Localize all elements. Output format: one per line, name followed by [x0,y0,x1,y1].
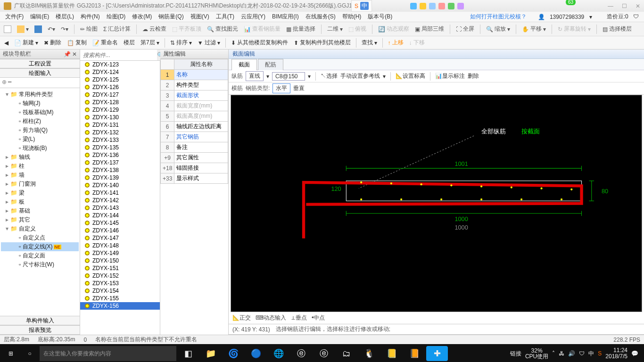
vertical-button[interactable]: 垂直 [293,84,305,92]
list-item[interactable]: ZDYX-128 [80,99,160,106]
taskview-icon[interactable]: ◧ [177,346,199,361]
rename-button[interactable]: 📝重命名 [90,39,120,47]
app-icon-2[interactable]: 📒 [381,346,403,361]
list-item[interactable]: ZDYX-126 [80,83,160,91]
menu-cloud[interactable]: 云应用(Y) [238,13,269,21]
list-item[interactable]: ZDYX-147 [80,234,160,242]
list-item[interactable]: ZDYX-143 [80,204,160,212]
list-item[interactable]: ZDYX-155 [80,295,160,302]
menu-help[interactable]: 帮助(H) [339,13,365,21]
tray-net-icon[interactable]: 🖧 [559,350,564,357]
move-down-button[interactable]: ↓下移 [407,39,427,47]
cpu-meter[interactable]: 32%CPU使用 [525,348,548,359]
taskbar-search[interactable]: 在这里输入你要搜索的内容 [40,346,176,361]
app-icon-3[interactable]: 📙 [404,346,425,361]
list-item[interactable]: ZDYX-136 [80,151,160,159]
tray-sogou-icon[interactable]: S [598,350,602,357]
list-item[interactable]: ZDYX-152 [80,272,160,280]
app-icon-1[interactable]: 🌀 [223,346,244,361]
notification-badge[interactable]: 63 [566,0,576,5]
list-item[interactable]: ZDYX-123 [80,61,160,68]
show-label-button[interactable]: 📊显示标注 [435,72,465,80]
user-phone[interactable]: 👤 13907298339 ▾ [535,14,595,20]
nav-icon-row[interactable]: ⊕ ━ [0,78,80,88]
mode-select[interactable]: 直线 [246,71,264,81]
2d-select[interactable]: 二维▾ [325,25,345,33]
menu-tools[interactable]: 工具(T) [213,13,238,21]
move-up-button[interactable]: ↑上移 [386,39,406,47]
draw-button[interactable]: ✏绘图 [78,25,99,33]
minimize-button[interactable]: — [608,3,613,9]
list-item[interactable]: ZDYX-133 [80,136,160,144]
sum-button[interactable]: Σ 汇总计算 [101,25,132,33]
help-link[interactable]: 如何打开柱图元校核？ [467,13,530,21]
ime-toolbar[interactable]: S中 [351,0,372,12]
list-item[interactable]: ZDYX-141 [80,189,160,197]
tab-rebar[interactable]: 配筋 [258,59,283,70]
tray-vol-icon[interactable]: 🔊 [568,350,575,357]
top-view-button[interactable]: ⬚俯视 [347,25,368,33]
ortho-button[interactable]: 📐正交 [232,314,251,322]
new-file-button[interactable] [2,25,13,33]
folder-icon[interactable]: 📁 [200,346,222,361]
tab-section[interactable]: 截面 [231,59,257,70]
select-floor-button[interactable]: ▤选择楼层 [601,25,634,33]
tray-up-icon[interactable]: ˄ [552,350,555,357]
list-item[interactable]: ZDYX-149 [80,249,160,257]
list-item[interactable]: ZDYX-132 [80,129,160,136]
batch-select-button[interactable]: ▦批量选择 [284,25,317,33]
dyn-view-button[interactable]: 🔄动态观察 [376,25,411,33]
pin-icon[interactable]: 📌 ✕ [64,51,77,58]
menu-file[interactable]: 文件(F) [2,13,27,21]
list-item[interactable]: ZDYX-151 [80,264,160,272]
ie-icon[interactable]: ⓔ [290,346,312,361]
menu-edit[interactable]: 编辑(E) [27,13,52,21]
undo-button[interactable]: ↶▾ [46,26,57,33]
section-canvas[interactable]: 全部纵筋 按截面 1001 80 1000 1000 120 [231,95,642,312]
rotate-button[interactable]: ↻屏幕旋转▾ [556,25,593,33]
menu-online[interactable]: 在线服务(S) [302,13,339,21]
maximize-button[interactable]: ☐ [622,3,627,9]
copy-to-floor-button[interactable]: ⬆复制构件到其他楼层 [291,39,353,47]
component-list[interactable]: ZDYX-123ZDYX-124ZDYX-125ZDYX-126ZDYX-127… [80,61,160,335]
nav-section-draw[interactable]: 绘图输入 [0,68,80,78]
menu-view[interactable]: 视图(V) [187,13,213,21]
find-button[interactable]: 查找▾ [359,39,380,47]
delete-rebar-button[interactable]: 删除 [468,72,479,80]
list-item[interactable]: ZDYX-124 [80,68,160,76]
floor-select[interactable]: 第7层▾ [138,39,162,47]
menu-steel[interactable]: 钢筋量(Q) [155,13,187,21]
menu-version[interactable]: 版本号(B) [364,13,396,21]
app-icon-4[interactable]: ✚ [426,346,448,361]
list-item[interactable]: ZDYX-156 [80,302,160,310]
list-item[interactable]: ZDYX-148 [80,242,160,249]
manual-ref-button[interactable]: 手动设置参考线 [340,72,380,80]
list-item[interactable]: ZDYX-137 [80,159,160,166]
zoom-button[interactable]: 🔍缩放▾ [484,25,512,33]
redo-button[interactable]: ↷▾ [59,26,70,33]
link-label[interactable]: 链接 [510,350,521,358]
list-item[interactable]: ZDYX-146 [80,227,160,234]
perp-snap-button[interactable]: ⊥垂点 [291,314,307,322]
horizontal-button[interactable]: 水平 [272,83,290,93]
new-component-button[interactable]: 📄新建▾ [12,39,41,47]
find-tu-button[interactable]: 🔍查找图元 [205,25,240,33]
nav-section-project[interactable]: 工程设置 [0,59,80,68]
cortana-icon[interactable]: ○ [21,346,39,361]
flat-roof-button[interactable]: ⬚平齐板顶 [170,25,203,33]
set-elev-button[interactable]: 📐设置标高 [396,72,425,80]
list-item[interactable]: ZDYX-125 [80,76,160,83]
rebar-value-input[interactable]: C8@150 [272,72,305,81]
copy-button[interactable]: 📋复制 [65,39,89,47]
property-table[interactable]: 属性名称1名称2构件类型3截面形状4截面宽度(mm)5截面高度(mm)6轴线距左… [160,59,228,335]
dyn-input-button[interactable]: ⌨动态输入 [256,314,286,322]
cloud-check-button[interactable]: ☁云检查 [140,25,168,33]
clock[interactable]: 11:242018/7/5 [605,347,627,360]
edge-icon[interactable]: 🔵 [245,346,267,361]
view-steel-button[interactable]: 📊查看钢筋量 [242,25,282,33]
list-item[interactable]: ZDYX-138 [80,166,160,174]
search-input[interactable] [80,49,157,60]
mid-snap-button[interactable]: •中点 [312,314,325,322]
collapse-button[interactable]: ◀ [2,40,11,46]
list-item[interactable]: ZDYX-135 [80,144,160,151]
